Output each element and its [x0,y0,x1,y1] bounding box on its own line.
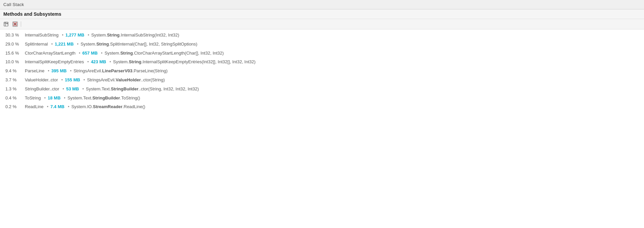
panel-title: Call Stack [3,2,24,7]
table-row[interactable]: 15.6 %CtorCharArrayStartLength•657 MB•Sy… [0,49,644,58]
entry-namespace: StringsAreEvil. [87,77,115,84]
entry-method: SplitInternal [25,41,48,48]
entry-percent: 9.4 % [5,68,22,75]
table-row[interactable]: 9.4 %ParseLine•395 MB•StringsAreEvil.Lin… [0,67,644,76]
entry-namespace: System.Text. [67,95,92,102]
entry-percent: 1.3 % [5,86,22,93]
section-title: Methods and Subsystems [0,9,644,19]
entry-percent: 0.2 % [5,103,22,110]
toolbar [0,19,644,29]
entry-memory: 155 MB [65,77,80,84]
entry-signature: .ParseLine(String) [132,68,168,75]
table-row[interactable]: 0.4 %ToString•18 MB•System.Text.StringBu… [0,94,644,103]
cancel-icon [12,21,18,27]
entry-method: InternalSplitKeepEmptyEntries [25,59,84,66]
entry-class: LineParserV03 [102,68,132,75]
entry-percent: 3.7 % [5,77,22,84]
entry-class: String [120,50,133,57]
entry-class: String [107,32,120,39]
entry-namespace: System. [80,41,96,48]
entry-namespace: System. [113,59,129,66]
cancel-button[interactable] [11,20,19,28]
entry-namespace: System.IO. [71,103,93,110]
refresh-icon [4,21,9,27]
entry-signature: .SplitInternal(Char[], Int32, StringSpli… [109,41,198,48]
entry-class: StringBuilder [93,95,120,102]
entry-signature: ..ctor(String, Int32, Int32, Int32) [139,86,199,93]
entry-memory: 1,221 MB [55,41,73,48]
entry-memory: 423 MB [91,59,106,66]
entry-percent: 15.6 % [5,50,22,57]
entry-class: StreamReader [93,103,122,110]
entry-memory: 1,277 MB [65,32,84,39]
entry-method: ValueHolder..ctor [25,77,58,84]
entry-percent: 30.3 % [5,32,22,39]
table-row[interactable]: 30.3 %InternalSubString•1,277 MB•System.… [0,31,644,40]
entry-namespace: StringsAreEvil. [73,68,102,75]
entry-namespace: System. [91,32,107,39]
entry-signature: .InternalSubString(Int32, Int32) [119,32,179,39]
entry-namespace: System.Text. [86,86,111,93]
entry-memory: 18 MB [48,95,60,102]
entry-percent: 10.0 % [5,59,22,66]
table-row[interactable]: 3.7 %ValueHolder..ctor•155 MB•StringsAre… [0,76,644,85]
call-stack-panel: Call Stack Methods and Subsystems [0,0,644,228]
table-row[interactable]: 0.2 %ReadLine•7.4 MB•System.IO.StreamRea… [0,102,644,111]
entry-memory: 657 MB [83,50,98,57]
entry-namespace: System. [105,50,120,57]
entry-memory: 7.4 MB [50,103,64,110]
entry-method: ToString [25,95,41,102]
entry-class: String [129,59,142,66]
entry-percent: 29.0 % [5,41,22,48]
refresh-button[interactable] [3,20,10,28]
entry-memory: 53 MB [66,86,79,93]
table-row[interactable]: 1.3 %StringBuilder..ctor•53 MB•System.Te… [0,85,644,94]
entry-class: ValueHolder [116,77,141,84]
entries-list: 30.3 %InternalSubString•1,277 MB•System.… [0,29,644,228]
entry-method: StringBuilder..ctor [25,86,59,93]
entry-method: ParseLine [25,68,45,75]
panel-header: Call Stack [0,0,644,9]
entry-signature: .ToString() [120,95,140,102]
entry-signature: .InternalSplitKeepEmptyEntries(Int32[], … [142,59,256,66]
entry-class: StringBuilder [111,86,138,93]
toolbar-separator [21,21,21,27]
entry-method: CtorCharArrayStartLength [25,50,75,57]
entry-memory: 395 MB [51,68,67,75]
entry-method: ReadLine [25,103,44,110]
entry-percent: 0.4 % [5,95,22,102]
entry-class: String [96,41,109,48]
entry-signature: .CtorCharArrayStartLength(Char[], Int32,… [133,50,224,57]
table-row[interactable]: 10.0 %InternalSplitKeepEmptyEntries•423 … [0,58,644,67]
entry-signature: ..ctor(String) [141,77,165,84]
entry-method: InternalSubString [25,32,58,39]
entry-signature: .ReadLine() [122,103,145,110]
table-row[interactable]: 29.0 %SplitInternal•1,221 MB•System.Stri… [0,40,644,49]
